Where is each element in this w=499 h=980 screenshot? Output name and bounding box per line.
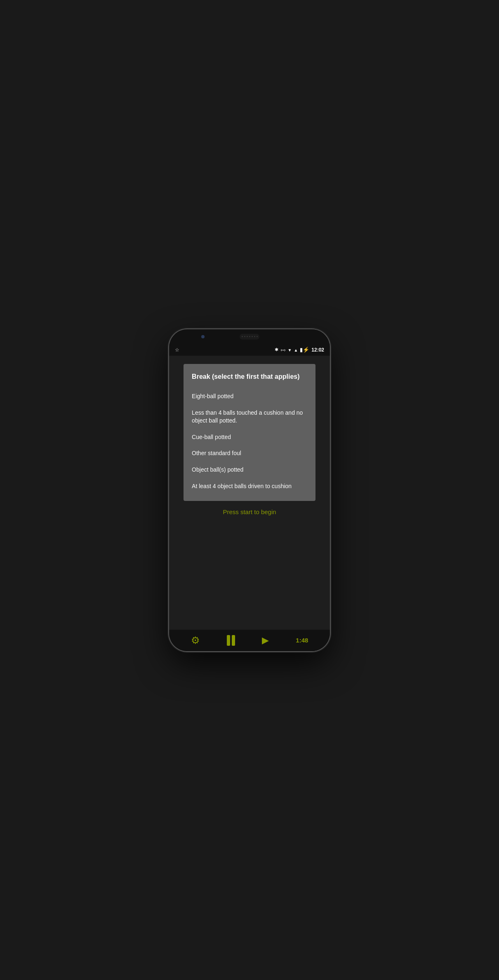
dialog-item-less-than-4-balls[interactable]: Less than 4 balls touched a cushion and … — [192, 405, 307, 429]
dialog-item-eight-ball-potted[interactable]: Eight-ball potted — [192, 388, 307, 405]
press-start-text: Press start to begin — [223, 508, 276, 515]
status-right: ✱ ⧟ ▮⚡ 12:02 — [275, 347, 324, 353]
dialog-item-object-balls-potted[interactable]: Object ball(s) potted — [192, 462, 307, 478]
play-button[interactable]: ▶ — [262, 635, 269, 646]
speaker-grille — [240, 334, 259, 340]
signal-icon — [294, 347, 298, 352]
status-bar: ☆ ✱ ⧟ ▮⚡ 12:02 — [169, 344, 330, 356]
toolbar: ⚙ ▶ 1:48 — [169, 630, 330, 651]
pause-button[interactable] — [227, 635, 235, 646]
battery-icon: ▮⚡ — [300, 347, 309, 353]
notification-icon: ☆ — [175, 347, 179, 353]
dialog-item-at-least-4-balls[interactable]: At least 4 object balls driven to cushio… — [192, 478, 307, 495]
phone-device: ☆ ✱ ⧟ ▮⚡ 12:02 Break (select the first t… — [169, 329, 330, 651]
screen: Break (select the first that applies) Ei… — [169, 356, 330, 630]
camera-dot — [201, 335, 205, 338]
dialog-item-cue-ball-potted[interactable]: Cue-ball potted — [192, 429, 307, 446]
phone-top-bar — [169, 329, 330, 344]
dialog-item-other-standard-foul[interactable]: Other standard foul — [192, 445, 307, 462]
break-dialog: Break (select the first that applies) Ei… — [184, 364, 315, 501]
dialog-title: Break (select the first that applies) — [192, 372, 307, 381]
gear-button[interactable]: ⚙ — [191, 635, 200, 646]
status-left: ☆ — [175, 347, 179, 353]
vibrate-icon: ⧟ — [280, 347, 285, 353]
status-time: 12:02 — [311, 347, 324, 353]
pause-bar-left — [227, 635, 230, 646]
bluetooth-icon: ✱ — [275, 347, 278, 352]
timer-display: 1:48 — [296, 637, 308, 644]
pause-bar-right — [232, 635, 235, 646]
wifi-icon — [287, 347, 292, 352]
